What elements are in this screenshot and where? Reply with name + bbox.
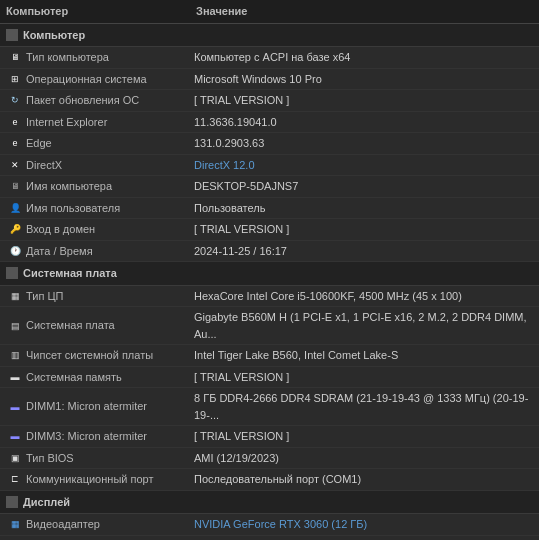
- table-row: 👤Имя пользователяПользователь: [0, 197, 539, 219]
- row-label: 🔑Вход в домен: [0, 219, 190, 241]
- table-row: ▣Тип BIOSAMI (12/19/2023): [0, 447, 539, 469]
- row-value: nVIDIA GeForce RTX 3060: [190, 535, 539, 540]
- row-label: ⊏Коммуникационный порт: [0, 469, 190, 491]
- row-value: AMI (12/19/2023): [190, 447, 539, 469]
- table-row: eInternet Explorer11.3636.19041.0: [0, 111, 539, 133]
- section-header-computer: Компьютер: [0, 23, 539, 47]
- row-label: ▬Системная память: [0, 366, 190, 388]
- row-label: ▦Тип ЦП: [0, 285, 190, 307]
- row-value: Intel Tiger Lake B560, Intel Comet Lake-…: [190, 345, 539, 367]
- table-row: ▦ВидеоадаптерNVIDIA GeForce RTX 3060 (12…: [0, 514, 539, 536]
- table-row: 🔑Вход в домен[ TRIAL VERSION ]: [0, 219, 539, 241]
- table-row: eEdge131.0.2903.63: [0, 133, 539, 155]
- table-row: ⊞Операционная системаMicrosoft Windows 1…: [0, 68, 539, 90]
- row-label: ↻Пакет обновления ОС: [0, 90, 190, 112]
- header-col2: Значение: [190, 0, 539, 23]
- row-label: ⊞Операционная система: [0, 68, 190, 90]
- main-container: Компьютер Значение Компьютер🖥Тип компьют…: [0, 0, 539, 540]
- row-label: 🖥Имя компьютера: [0, 176, 190, 198]
- row-value: 8 ГБ DDR4-2666 DDR4 SDRAM (21-19-19-43 @…: [190, 388, 539, 426]
- row-label: 🕐Дата / Время: [0, 240, 190, 262]
- table-row: ◈3D-акселераторnVIDIA GeForce RTX 3060: [0, 535, 539, 540]
- row-value: Последовательный порт (COM1): [190, 469, 539, 491]
- info-table-wrap: Компьютер Значение Компьютер🖥Тип компьют…: [0, 0, 539, 540]
- row-label: ◈3D-акселератор: [0, 535, 190, 540]
- row-label: ▬DIMM1: Micron atermiter: [0, 388, 190, 426]
- row-value: Пользователь: [190, 197, 539, 219]
- row-value: 131.0.2903.63: [190, 133, 539, 155]
- table-row: ▦Тип ЦПHexaCore Intel Core i5-10600KF, 4…: [0, 285, 539, 307]
- table-row: 🖥Тип компьютераКомпьютер с ACPI на базе …: [0, 47, 539, 69]
- row-value: [ TRIAL VERSION ]: [190, 426, 539, 448]
- row-value: DirectX 12.0: [190, 154, 539, 176]
- row-value: [ TRIAL VERSION ]: [190, 90, 539, 112]
- row-value: Microsoft Windows 10 Pro: [190, 68, 539, 90]
- table-row: ▬DIMM3: Micron atermiter[ TRIAL VERSION …: [0, 426, 539, 448]
- row-value: Gigabyte B560M H (1 PCI-E x1, 1 PCI-E x1…: [190, 307, 539, 345]
- row-value: Компьютер с ACPI на базе x64: [190, 47, 539, 69]
- row-label: eEdge: [0, 133, 190, 155]
- row-value: 2024-11-25 / 16:17: [190, 240, 539, 262]
- row-label: 🖥Тип компьютера: [0, 47, 190, 69]
- row-label: ▬DIMM3: Micron atermiter: [0, 426, 190, 448]
- row-value: [ TRIAL VERSION ]: [190, 366, 539, 388]
- section-header-display: Дисплей: [0, 490, 539, 514]
- row-value: DESKTOP-5DAJNS7: [190, 176, 539, 198]
- table-row: ↻Пакет обновления ОС[ TRIAL VERSION ]: [0, 90, 539, 112]
- table-row: 🕐Дата / Время2024-11-25 / 16:17: [0, 240, 539, 262]
- row-label: eInternet Explorer: [0, 111, 190, 133]
- row-label: ▣Тип BIOS: [0, 447, 190, 469]
- table-row: ▬Системная память[ TRIAL VERSION ]: [0, 366, 539, 388]
- table-row: ⊏Коммуникационный портПоследовательный п…: [0, 469, 539, 491]
- table-row: ▬DIMM1: Micron atermiter8 ГБ DDR4-2666 D…: [0, 388, 539, 426]
- row-value: [ TRIAL VERSION ]: [190, 219, 539, 241]
- row-label: ✕DirectX: [0, 154, 190, 176]
- header-col1: Компьютер: [0, 0, 190, 23]
- row-label: 👤Имя пользователя: [0, 197, 190, 219]
- row-label: ▥Чипсет системной платы: [0, 345, 190, 367]
- row-value: 11.3636.19041.0: [190, 111, 539, 133]
- table-row: ▥Чипсет системной платыIntel Tiger Lake …: [0, 345, 539, 367]
- row-label: ▤Системная плата: [0, 307, 190, 345]
- row-label: ▦Видеоадаптер: [0, 514, 190, 536]
- system-info-table: Компьютер Значение Компьютер🖥Тип компьют…: [0, 0, 539, 540]
- table-row: ✕DirectXDirectX 12.0: [0, 154, 539, 176]
- table-row: 🖥Имя компьютераDESKTOP-5DAJNS7: [0, 176, 539, 198]
- row-value: NVIDIA GeForce RTX 3060 (12 ГБ): [190, 514, 539, 536]
- table-row: ▤Системная платаGigabyte B560M H (1 PCI-…: [0, 307, 539, 345]
- row-value: HexaCore Intel Core i5-10600KF, 4500 MHz…: [190, 285, 539, 307]
- section-header-motherboard: Системная плата: [0, 262, 539, 286]
